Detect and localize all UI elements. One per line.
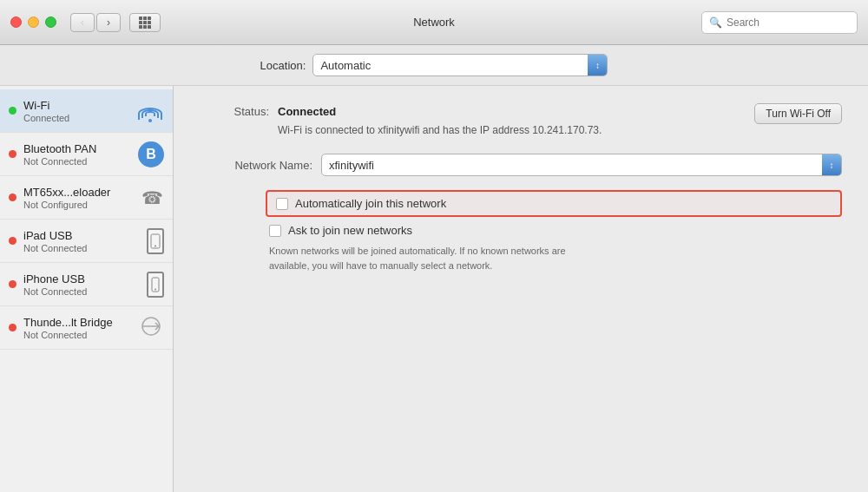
thunderbolt-icon <box>138 316 164 339</box>
sidebar-item-name-thunderbolt: Thunde...lt Bridge <box>23 316 135 329</box>
sidebar-item-status-mt65xx: Not Configured <box>23 200 136 210</box>
auto-join-row: Automatically join this network <box>266 190 842 217</box>
ask-join-label: Ask to join new networks <box>288 224 412 237</box>
sidebar-item-info-iphone: iPhone USB Not Connected <box>23 272 143 297</box>
info-text: Known networks will be joined automatica… <box>269 244 599 272</box>
sidebar-item-status-ipad: Not Connected <box>23 243 143 253</box>
status-dot-mt65xx <box>9 194 16 201</box>
grid-button[interactable] <box>129 13 161 32</box>
minimize-button[interactable] <box>28 16 39 28</box>
search-icon: 🔍 <box>709 16 722 29</box>
wifi-icon <box>136 99 164 123</box>
status-description: Wi-Fi is connected to xfinitywifi and ha… <box>278 124 842 136</box>
ask-join-row: Ask to join new networks <box>269 224 842 237</box>
sidebar-item-info-ipad: iPad USB Not Connected <box>23 229 143 253</box>
sidebar-item-status-bluetooth: Not Connected <box>23 156 135 167</box>
status-value: Connected <box>278 105 336 118</box>
status-dot-wifi <box>9 107 16 115</box>
status-dot-thunderbolt <box>9 324 16 331</box>
sidebar-item-thunderbolt[interactable]: Thunde...lt Bridge Not Connected <box>0 306 173 350</box>
auto-join-checkbox[interactable] <box>276 198 288 210</box>
ask-join-checkbox[interactable] <box>269 225 281 237</box>
status-dot-iphone <box>9 280 16 288</box>
sidebar-item-wifi[interactable]: Wi-Fi Connected <box>0 89 173 133</box>
status-content: Connected Turn Wi-Fi Off Wi-Fi is connec… <box>278 103 842 136</box>
svg-point-3 <box>155 288 156 290</box>
status-dot-bluetooth <box>9 150 16 158</box>
ipad-icon <box>147 228 164 254</box>
main-content: Wi-Fi Connected Bluetooth PAN Not Connec… <box>0 86 868 492</box>
sidebar-item-name-mt65xx: MT65xx...eloader <box>23 186 136 199</box>
sidebar-item-info-wifi: Wi-Fi Connected <box>23 99 133 123</box>
sidebar-item-status-wifi: Connected <box>23 113 133 123</box>
sidebar-item-status-iphone: Not Connected <box>23 286 143 297</box>
sidebar-item-name-ipad: iPad USB <box>23 229 143 242</box>
phone-icon: ☎ <box>140 186 164 210</box>
title-bar: ‹ › Network 🔍 <box>0 0 868 45</box>
maximize-button[interactable] <box>45 16 56 28</box>
network-name-dropdown[interactable]: xfinitywifi ↕ <box>321 154 842 176</box>
sidebar-item-status-thunderbolt: Not Connected <box>23 330 135 340</box>
bluetooth-icon: B <box>138 141 164 167</box>
sidebar-item-bluetooth[interactable]: Bluetooth PAN Not Connected B <box>0 133 173 176</box>
iphone-icon <box>147 272 164 298</box>
location-bar: Location: Automatic ↕ <box>0 45 868 86</box>
location-dropdown[interactable]: Automatic ↕ <box>312 54 608 76</box>
sidebar-item-info-mt65xx: MT65xx...eloader Not Configured <box>23 186 136 210</box>
search-input[interactable] <box>727 16 857 29</box>
forward-button[interactable]: › <box>96 13 121 32</box>
location-dropdown-arrow: ↕ <box>588 55 607 75</box>
location-value: Automatic <box>320 59 588 72</box>
location-label: Location: <box>260 59 306 72</box>
network-dropdown-arrow: ↕ <box>822 154 841 175</box>
network-name-value: xfinitywifi <box>329 159 822 172</box>
back-button[interactable]: ‹ <box>70 13 95 32</box>
grid-icon <box>139 16 151 29</box>
svg-point-1 <box>155 245 156 246</box>
status-section: Status: Connected Turn Wi-Fi Off Wi-Fi i… <box>200 103 842 136</box>
status-label: Status: <box>200 103 269 118</box>
close-button[interactable] <box>10 16 22 28</box>
nav-buttons: ‹ › <box>70 13 121 32</box>
sidebar-item-name-wifi: Wi-Fi <box>23 99 133 112</box>
sidebar-item-ipad[interactable]: iPad USB Not Connected <box>0 220 173 263</box>
turn-wifi-button[interactable]: Turn Wi-Fi Off <box>754 103 842 124</box>
sidebar-item-name-iphone: iPhone USB <box>23 272 143 285</box>
traffic-lights <box>10 16 56 28</box>
sidebar-item-name-bluetooth: Bluetooth PAN <box>23 142 135 155</box>
search-box[interactable]: 🔍 <box>701 11 858 34</box>
window-title: Network <box>413 16 455 29</box>
sidebar-item-mt65xx[interactable]: MT65xx...eloader Not Configured ☎ <box>0 176 173 220</box>
auto-join-label: Automatically join this network <box>295 197 446 210</box>
sidebar-item-iphone[interactable]: iPhone USB Not Connected <box>0 263 173 306</box>
sidebar: Wi-Fi Connected Bluetooth PAN Not Connec… <box>0 86 174 492</box>
sidebar-item-info-bluetooth: Bluetooth PAN Not Connected <box>23 142 135 167</box>
right-panel: Status: Connected Turn Wi-Fi Off Wi-Fi i… <box>174 86 868 492</box>
status-dot-ipad <box>9 237 16 245</box>
network-name-row: Network Name: xfinitywifi ↕ <box>200 154 842 176</box>
sidebar-item-info-thunderbolt: Thunde...lt Bridge Not Connected <box>23 316 135 340</box>
network-name-label: Network Name: <box>200 159 312 172</box>
